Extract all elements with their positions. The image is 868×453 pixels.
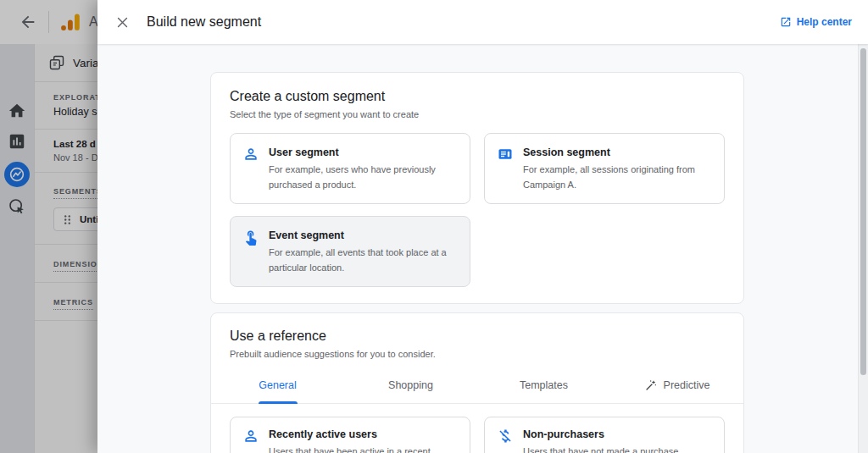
purchase-off-icon [497, 427, 514, 445]
suggestion-title: Non-purchasers [523, 427, 678, 440]
recently-active-users-card[interactable]: Recently active users Users that have be… [230, 417, 470, 453]
help-center-label: Help center [797, 16, 852, 28]
suggestion-description: Users that have been active in a recent … [269, 445, 458, 453]
tab-label: Shopping [388, 379, 433, 391]
modal-body: Create a custom segment Select the type … [97, 44, 868, 453]
custom-segment-section: Create a custom segment Select the type … [210, 72, 744, 304]
user-segment-card[interactable]: User segment For example, users who have… [230, 133, 470, 204]
tab-general[interactable]: General [211, 370, 344, 403]
suggestion-title: Recently active users [269, 427, 458, 440]
person-icon [242, 145, 259, 163]
screen: Analy [0, 0, 868, 453]
modal-scrollbar-track[interactable] [858, 44, 868, 453]
modal-header: Build new segment Help center [97, 0, 868, 44]
wand-icon [644, 378, 658, 392]
reference-subheading: Prebuilt audience suggestions for you to… [230, 349, 725, 359]
reference-tabs: General Shopping Templates [211, 370, 743, 404]
custom-segment-heading: Create a custom segment [230, 89, 725, 104]
option-description: For example, users who have previously p… [269, 163, 458, 192]
open-in-new-icon [780, 16, 792, 28]
modal-scrollbar-thumb[interactable] [860, 48, 866, 375]
reference-suggestions: Recently active users Users that have be… [230, 417, 725, 453]
tab-templates[interactable]: Templates [477, 370, 610, 403]
person-icon [242, 427, 259, 445]
reference-heading: Use a reference [230, 329, 725, 344]
option-description: For example, all sessions originating fr… [523, 163, 712, 192]
option-title: Event segment [269, 228, 458, 241]
option-title: Session segment [523, 145, 712, 158]
touch-icon [242, 228, 259, 246]
tab-shopping[interactable]: Shopping [344, 370, 477, 403]
non-purchasers-card[interactable]: Non-purchasers Users that have not made … [484, 417, 725, 453]
tab-label: General [259, 379, 296, 391]
reference-section: Use a reference Prebuilt audience sugges… [210, 312, 744, 453]
build-new-segment-modal: Build new segment Help center Create a c… [97, 0, 868, 453]
tab-predictive[interactable]: Predictive [610, 370, 743, 403]
segment-options: User segment For example, users who have… [230, 133, 725, 287]
option-title: User segment [269, 145, 458, 158]
tab-label: Templates [520, 379, 568, 391]
help-center-link[interactable]: Help center [780, 16, 852, 28]
suggestion-description: Users that have not made a purchase [523, 445, 678, 453]
session-icon [497, 145, 514, 163]
tab-label: Predictive [664, 379, 710, 391]
modal-title: Build new segment [147, 14, 261, 30]
custom-segment-subheading: Select the type of segment you want to c… [230, 109, 725, 119]
session-segment-card[interactable]: Session segment For example, all session… [484, 133, 725, 204]
option-description: For example, all events that took place … [269, 246, 458, 275]
close-icon[interactable] [115, 15, 130, 30]
event-segment-card[interactable]: Event segment For example, all events th… [230, 216, 470, 287]
